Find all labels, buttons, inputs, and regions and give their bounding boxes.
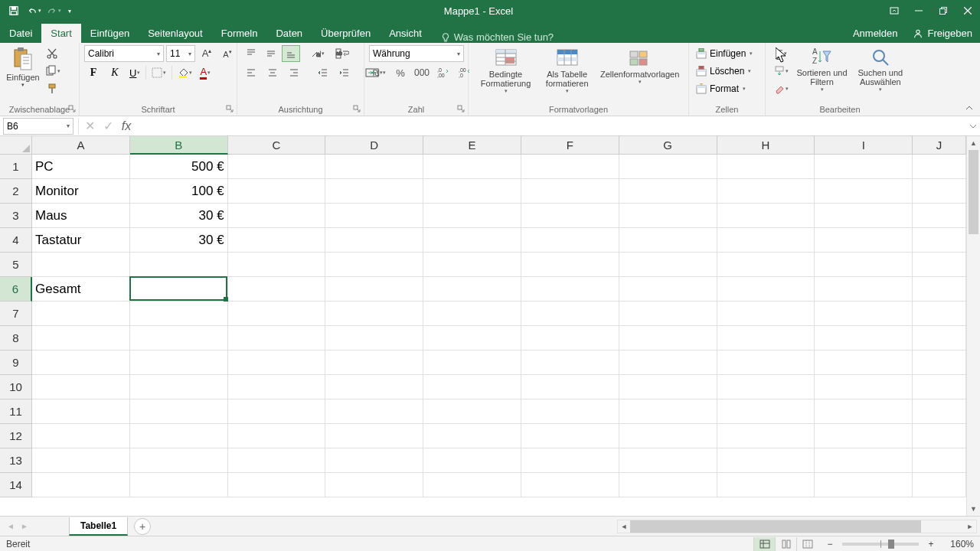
- cell-H5[interactable]: [717, 253, 815, 277]
- cell-C2[interactable]: [228, 179, 326, 204]
- cell-D12[interactable]: [325, 424, 423, 448]
- cell-F3[interactable]: [521, 204, 619, 228]
- increase-decimal-button[interactable]: ,0,00: [434, 64, 452, 81]
- minimize-icon[interactable]: [906, 0, 931, 21]
- close-icon[interactable]: [956, 0, 980, 21]
- cell-I12[interactable]: [815, 424, 913, 448]
- cell-E5[interactable]: [423, 253, 521, 277]
- cell-H9[interactable]: [717, 350, 815, 375]
- cell-J8[interactable]: [913, 326, 966, 350]
- sheet-nav-next-icon[interactable]: ►: [18, 519, 31, 534]
- cell-G13[interactable]: [619, 448, 717, 473]
- cell-A6[interactable]: Gesamt: [32, 277, 130, 302]
- cell-J6[interactable]: [913, 277, 966, 302]
- fill-color-button[interactable]: ▾: [175, 64, 194, 81]
- cell-I8[interactable]: [815, 326, 913, 350]
- cell-D14[interactable]: [325, 473, 423, 497]
- formula-input[interactable]: [136, 118, 966, 135]
- tab-review[interactable]: Überprüfen: [312, 24, 380, 43]
- cell-A5[interactable]: [32, 253, 130, 277]
- font-color-button[interactable]: A▾: [198, 64, 213, 81]
- cell-E2[interactable]: [423, 179, 521, 204]
- cell-J11[interactable]: [913, 399, 966, 424]
- column-header-E[interactable]: E: [423, 136, 521, 155]
- cell-B7[interactable]: [130, 302, 228, 326]
- cell-E8[interactable]: [423, 326, 521, 350]
- cell-H8[interactable]: [717, 326, 815, 350]
- scroll-right-icon[interactable]: ►: [964, 520, 976, 533]
- cell-I2[interactable]: [815, 179, 913, 204]
- sheet-nav-prev-icon[interactable]: ◄: [5, 519, 17, 534]
- new-sheet-button[interactable]: +: [134, 518, 151, 535]
- cell-H2[interactable]: [717, 179, 815, 204]
- zoom-out-button[interactable]: −: [825, 540, 835, 549]
- column-header-F[interactable]: F: [521, 136, 619, 155]
- cell-I7[interactable]: [815, 302, 913, 326]
- cell-I4[interactable]: [815, 228, 913, 253]
- cell-I6[interactable]: [815, 277, 913, 302]
- view-pagebreak-button[interactable]: [796, 537, 818, 551]
- cell-B13[interactable]: [130, 448, 228, 473]
- cell-J3[interactable]: [913, 204, 966, 228]
- insert-function-button[interactable]: fx: [117, 118, 136, 135]
- cell-D10[interactable]: [325, 375, 423, 399]
- cell-I14[interactable]: [815, 473, 913, 497]
- cell-F10[interactable]: [521, 375, 619, 399]
- cell-D4[interactable]: [325, 228, 423, 253]
- column-header-G[interactable]: G: [619, 136, 717, 155]
- column-header-C[interactable]: C: [228, 136, 326, 155]
- cell-I3[interactable]: [815, 204, 913, 228]
- cell-D7[interactable]: [325, 302, 423, 326]
- row-header-14[interactable]: 14: [0, 473, 32, 497]
- column-header-B[interactable]: B: [130, 136, 228, 155]
- tab-view[interactable]: Ansicht: [380, 24, 431, 43]
- cell-B14[interactable]: [130, 473, 228, 497]
- cell-H7[interactable]: [717, 302, 815, 326]
- find-select-button[interactable]: Suchen und Auswählen▾: [851, 45, 910, 94]
- row-header-2[interactable]: 2: [0, 179, 32, 204]
- cell-I9[interactable]: [815, 350, 913, 375]
- cell-F13[interactable]: [521, 448, 619, 473]
- cell-C7[interactable]: [228, 302, 326, 326]
- increase-font-button[interactable]: A▴: [198, 45, 216, 62]
- cell-E1[interactable]: [423, 155, 521, 179]
- sort-filter-button[interactable]: AZ Sortieren und Filtern▾: [792, 45, 851, 94]
- cell-B5[interactable]: [130, 253, 228, 277]
- cell-C12[interactable]: [228, 424, 326, 448]
- increase-indent-button[interactable]: [335, 64, 354, 81]
- cell-A11[interactable]: [32, 399, 130, 424]
- format-cells-button[interactable]: Format▾: [694, 80, 761, 97]
- cell-I5[interactable]: [815, 253, 913, 277]
- cell-D6[interactable]: [325, 277, 423, 302]
- cell-G11[interactable]: [619, 399, 717, 424]
- align-bottom-button[interactable]: [282, 45, 300, 62]
- cell-C5[interactable]: [228, 253, 326, 277]
- cell-F8[interactable]: [521, 326, 619, 350]
- row-header-9[interactable]: 9: [0, 350, 32, 375]
- qat-customize-icon[interactable]: ▾: [64, 2, 75, 20]
- maximize-icon[interactable]: [931, 0, 956, 21]
- align-right-button[interactable]: [285, 64, 303, 81]
- cell-F9[interactable]: [521, 350, 619, 375]
- cell-A14[interactable]: [32, 473, 130, 497]
- cell-H14[interactable]: [717, 473, 815, 497]
- row-header-5[interactable]: 5: [0, 253, 32, 277]
- cell-C3[interactable]: [228, 204, 326, 228]
- cell-A9[interactable]: [32, 350, 130, 375]
- align-top-button[interactable]: [242, 45, 260, 62]
- cell-G6[interactable]: [619, 277, 717, 302]
- tab-formulas[interactable]: Formeln: [212, 24, 267, 43]
- cell-D1[interactable]: [325, 155, 423, 179]
- cell-G2[interactable]: [619, 179, 717, 204]
- cell-D3[interactable]: [325, 204, 423, 228]
- comma-style-button[interactable]: 000: [413, 64, 431, 81]
- cell-G3[interactable]: [619, 204, 717, 228]
- cell-E3[interactable]: [423, 204, 521, 228]
- cell-J1[interactable]: [913, 155, 966, 179]
- accounting-format-button[interactable]: ₪▾: [369, 64, 388, 81]
- cell-G14[interactable]: [619, 473, 717, 497]
- clipboard-launcher-icon[interactable]: [68, 105, 77, 114]
- cell-I13[interactable]: [815, 448, 913, 473]
- save-icon[interactable]: [5, 2, 23, 20]
- scroll-down-icon[interactable]: ▼: [967, 502, 980, 516]
